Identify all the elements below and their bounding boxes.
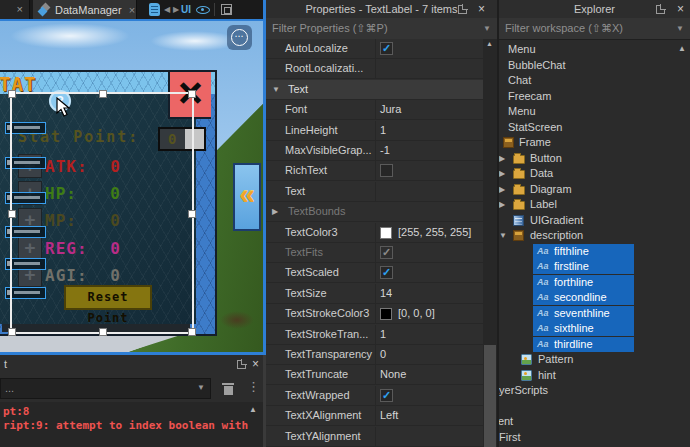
tree-item-Button[interactable]: ▶Button <box>499 151 690 167</box>
chevron-right-icon[interactable]: ▶ <box>499 197 505 213</box>
drag-handle[interactable] <box>188 210 196 218</box>
chevron-down-icon[interactable]: ▼ <box>272 85 280 94</box>
property-row-Text[interactable]: Text <box>266 182 483 202</box>
tree-item-firstline[interactable]: Aafirstline <box>499 259 690 275</box>
tree-item-ayerScripts[interactable]: ayerScripts <box>499 383 690 399</box>
kebab-menu-icon[interactable]: ⋮ <box>247 379 260 394</box>
explorer-filter-input[interactable]: Filter workspace (⇧⌘X) ▼ <box>499 18 690 40</box>
property-value[interactable]: 1 <box>380 328 386 340</box>
property-row-TextYAlignment[interactable]: TextYAlignment <box>266 427 483 447</box>
chevron-right-icon[interactable]: ▶ <box>499 166 505 182</box>
nav-back-icon[interactable]: ◀ <box>164 0 170 19</box>
tree-item-seventhline[interactable]: Aaseventhline <box>499 306 690 322</box>
property-row-RootLocalizati[interactable]: RootLocalizati... <box>266 59 483 79</box>
chevron-right-icon[interactable]: ▶ <box>499 182 505 198</box>
tree-item-sixthline[interactable]: Aasixthline <box>499 321 690 337</box>
color-swatch[interactable] <box>380 227 392 239</box>
property-row-AutoLocalize[interactable]: AutoLocalize✓ <box>266 39 483 59</box>
drag-handle[interactable] <box>188 328 196 336</box>
property-row-LineHeight[interactable]: LineHeight1 <box>266 121 483 141</box>
property-value[interactable]: 0 <box>380 348 386 360</box>
checkbox-checked[interactable]: ✓ <box>380 246 393 259</box>
checkbox-unchecked[interactable] <box>380 164 393 177</box>
property-value[interactable]: Left <box>380 409 398 421</box>
property-row-TextTransparency[interactable]: TextTransparency0 <box>266 345 483 365</box>
scrollbar-thumb[interactable] <box>484 345 496 447</box>
more-options-button[interactable]: ⋯ <box>227 25 252 50</box>
output-log[interactable]: pt:8ript:9: attempt to index boolean wit… <box>0 402 263 447</box>
sidebar-collapse-button[interactable]: « <box>233 163 261 231</box>
checkbox-checked[interactable]: ✓ <box>380 389 393 402</box>
tree-item-dFirst[interactable]: dFirst <box>499 430 690 446</box>
nav-forward-icon[interactable]: ▶ <box>173 0 179 19</box>
tree-item-Data[interactable]: ▶Data <box>499 166 690 182</box>
popout-icon[interactable] <box>656 5 665 14</box>
drag-handle[interactable] <box>99 328 107 336</box>
checkbox-checked[interactable]: ✓ <box>380 266 393 279</box>
close-icon[interactable]: × <box>478 4 485 14</box>
property-row-TextColor3[interactable]: TextColor3[255, 255, 255] <box>266 223 483 243</box>
tree-item-Label[interactable]: ▶Label <box>499 197 690 213</box>
tree-item-Menu[interactable]: Menu <box>499 104 690 120</box>
property-row-TextSize[interactable]: TextSize14 <box>266 284 483 304</box>
property-row-MaxVisibleGrap[interactable]: MaxVisibleGrap...-1 <box>266 141 483 161</box>
properties-scrollbar[interactable]: ▲ <box>483 39 497 447</box>
tree-item-thirdline[interactable]: Aathirdline <box>499 337 690 353</box>
window-layout-icon[interactable] <box>221 4 232 15</box>
property-row-TextScaled[interactable]: TextScaled✓ <box>266 263 483 283</box>
clear-output-icon[interactable] <box>222 380 234 395</box>
drag-handle[interactable] <box>188 90 196 98</box>
tree-item-Frame[interactable]: Frame <box>499 135 690 151</box>
property-value[interactable]: None <box>380 368 406 380</box>
output-filter-dropdown[interactable]: ... ▼ <box>0 378 211 399</box>
property-row-TextFits[interactable]: TextFits✓ <box>266 243 483 263</box>
tree-item-hidden[interactable] <box>499 399 690 415</box>
property-value[interactable]: [0, 0, 0] <box>398 307 435 319</box>
eye-icon[interactable] <box>196 6 210 14</box>
tree-item-Pattern[interactable]: Pattern <box>499 352 690 368</box>
tree-item-Freecam[interactable]: Freecam <box>499 89 690 105</box>
chevron-right-icon[interactable]: ▶ <box>499 151 505 167</box>
tree-item-BubbleChat[interactable]: BubbleChat <box>499 58 690 74</box>
drag-handle[interactable] <box>8 210 16 218</box>
property-row-TextXAlignment[interactable]: TextXAlignmentLeft <box>266 406 483 426</box>
drag-handle[interactable] <box>99 90 107 98</box>
tree-item-hint[interactable]: hint <box>499 368 690 384</box>
ui-selection-rect[interactable] <box>10 92 194 334</box>
tab-datamanager[interactable]: DataManager × <box>33 0 137 19</box>
property-value[interactable]: Jura <box>380 103 401 115</box>
chevron-right-icon[interactable]: ▶ <box>272 207 278 216</box>
property-row-Text[interactable]: ▼Text <box>266 80 483 100</box>
ui-toggle-label[interactable]: UI <box>181 0 191 19</box>
tab-close-icon[interactable]: × <box>129 4 135 16</box>
tree-item-Menu[interactable]: Menu <box>499 42 690 58</box>
tree-item-lient[interactable]: lient <box>499 414 690 430</box>
property-row-TextStrokeColor3[interactable]: TextStrokeColor3[0, 0, 0] <box>266 304 483 324</box>
property-row-TextStrokeTran[interactable]: TextStrokeTran...1 <box>266 325 483 345</box>
property-value[interactable]: 14 <box>380 287 392 299</box>
tree-item-secondline[interactable]: Aasecondline <box>499 290 690 306</box>
property-value[interactable]: [255, 255, 255] <box>398 226 471 238</box>
color-swatch[interactable] <box>380 308 392 320</box>
drag-handle[interactable] <box>8 90 16 98</box>
property-value[interactable]: 1 <box>380 124 386 136</box>
scroll-up-icon[interactable]: ▲ <box>249 405 257 414</box>
tab-close-icon[interactable]: × <box>17 3 23 15</box>
tree-item-StatScreen[interactable]: StatScreen <box>499 120 690 136</box>
tree-item-Chat[interactable]: Chat <box>499 73 690 89</box>
property-row-TextTruncate[interactable]: TextTruncateNone <box>266 365 483 385</box>
tree-item-fifthline[interactable]: Aafifthline <box>499 244 690 260</box>
tree-item-description[interactable]: ▼description <box>499 228 690 244</box>
scroll-up-icon[interactable]: ▲ <box>678 44 686 53</box>
property-row-RichText[interactable]: RichText <box>266 161 483 181</box>
checkbox-checked[interactable]: ✓ <box>380 42 393 55</box>
property-row-Font[interactable]: FontJura <box>266 100 483 120</box>
drag-handle[interactable] <box>8 328 16 336</box>
popout-icon[interactable] <box>458 5 467 14</box>
chevron-down-icon[interactable]: ▼ <box>499 228 507 244</box>
scroll-up-icon[interactable]: ▲ <box>486 40 493 47</box>
popout-icon[interactable] <box>237 360 246 369</box>
property-row-TextWrapped[interactable]: TextWrapped✓ <box>266 386 483 406</box>
properties-filter-input[interactable]: Filter Properties (⇧⌘P) ▼ <box>266 18 497 40</box>
close-icon[interactable]: × <box>677 4 684 14</box>
